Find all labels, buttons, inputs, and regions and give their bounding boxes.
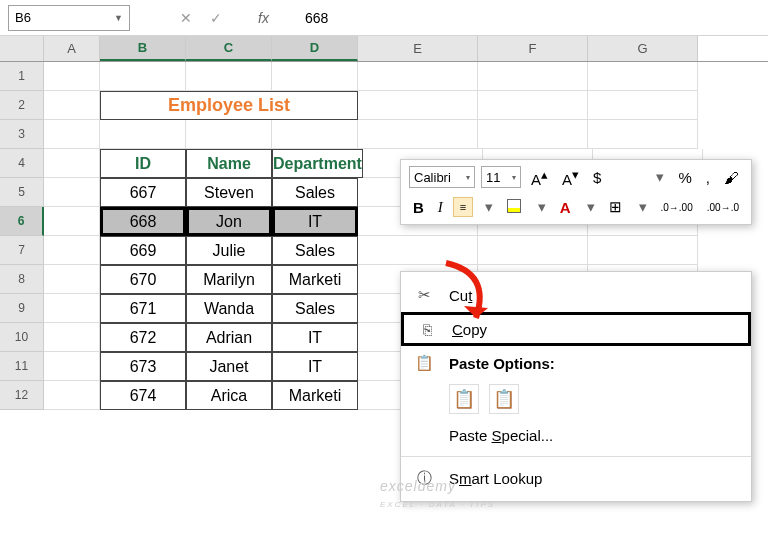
cell-dept[interactable]: IT <box>272 352 358 381</box>
cell[interactable] <box>588 91 698 120</box>
fill-color-icon[interactable] <box>503 199 525 216</box>
cell-id[interactable]: 667 <box>100 178 186 207</box>
row-header[interactable]: 2 <box>0 91 44 120</box>
col-header-c[interactable]: C <box>186 36 272 61</box>
cell-name[interactable]: Wanda <box>186 294 272 323</box>
cell-name[interactable]: Marilyn <box>186 265 272 294</box>
cell-dept[interactable]: IT <box>272 323 358 352</box>
paste-values-icon[interactable]: 📋 <box>489 384 519 414</box>
row-header[interactable]: 8 <box>0 265 44 294</box>
increase-font-icon[interactable]: A▴ <box>527 167 552 188</box>
col-header-d[interactable]: D <box>272 36 358 61</box>
cell-id[interactable]: 669 <box>100 236 186 265</box>
chevron-down-icon[interactable]: ▾ <box>652 168 668 186</box>
cell-name[interactable]: Arica <box>186 381 272 410</box>
cell-name[interactable]: Janet <box>186 352 272 381</box>
cell[interactable] <box>44 294 100 323</box>
font-size-select[interactable]: 11▾ <box>481 166 521 188</box>
cell[interactable] <box>272 62 358 91</box>
cell[interactable] <box>44 120 100 149</box>
chevron-down-icon[interactable]: ▼ <box>114 13 123 23</box>
border-icon[interactable]: ⊞ <box>605 198 626 216</box>
cell-dept[interactable]: Sales <box>272 236 358 265</box>
cell-dept[interactable]: Sales <box>272 294 358 323</box>
cell[interactable] <box>44 236 100 265</box>
cancel-icon[interactable]: ✕ <box>180 10 192 26</box>
row-header[interactable]: 7 <box>0 236 44 265</box>
cell[interactable] <box>478 62 588 91</box>
col-header-a[interactable]: A <box>44 36 100 61</box>
cell[interactable] <box>44 91 100 120</box>
cell-id[interactable]: 671 <box>100 294 186 323</box>
cell[interactable] <box>588 236 698 265</box>
chevron-down-icon[interactable]: ▾ <box>583 198 599 216</box>
increase-decimal-icon[interactable]: .0→.00 <box>657 202 697 213</box>
cell-name[interactable]: Steven <box>186 178 272 207</box>
cell[interactable] <box>44 62 100 91</box>
comma-style-icon[interactable]: , <box>702 169 714 186</box>
cell-name[interactable]: Julie <box>186 236 272 265</box>
name-box[interactable]: B6 ▼ <box>8 5 130 31</box>
cell-dept-selected[interactable]: IT <box>272 207 358 236</box>
cell[interactable] <box>358 236 478 265</box>
cell-id[interactable]: 674 <box>100 381 186 410</box>
cell-name-selected[interactable]: Jon <box>186 207 272 236</box>
paste-default-icon[interactable]: 📋 <box>449 384 479 414</box>
cell[interactable] <box>588 62 698 91</box>
chevron-down-icon[interactable]: ▾ <box>481 198 497 216</box>
select-all-button[interactable] <box>0 36 44 61</box>
decrease-decimal-icon[interactable]: .00→.0 <box>703 202 743 213</box>
bold-button[interactable]: B <box>409 199 428 216</box>
row-header[interactable]: 10 <box>0 323 44 352</box>
cell[interactable] <box>358 91 478 120</box>
cell[interactable] <box>100 62 186 91</box>
cell-id[interactable]: 673 <box>100 352 186 381</box>
currency-icon[interactable]: $ <box>589 169 605 186</box>
row-header[interactable]: 12 <box>0 381 44 410</box>
cell[interactable] <box>358 120 478 149</box>
cell[interactable] <box>44 178 100 207</box>
formula-bar-value[interactable]: 668 <box>305 10 328 26</box>
col-header-f[interactable]: F <box>478 36 588 61</box>
cell[interactable] <box>44 381 100 410</box>
chevron-down-icon[interactable]: ▾ <box>534 198 550 216</box>
cell-dept[interactable]: Marketi <box>272 381 358 410</box>
cell[interactable] <box>44 323 100 352</box>
row-header[interactable]: 6 <box>0 207 44 236</box>
row-header[interactable]: 1 <box>0 62 44 91</box>
cell[interactable] <box>186 120 272 149</box>
context-menu-copy[interactable]: ⎘ Copy <box>401 312 751 346</box>
cell[interactable] <box>358 62 478 91</box>
cell[interactable] <box>272 120 358 149</box>
cell[interactable] <box>44 352 100 381</box>
chevron-down-icon[interactable]: ▾ <box>635 198 651 216</box>
cell[interactable] <box>186 62 272 91</box>
col-header-b[interactable]: B <box>100 36 186 61</box>
row-header[interactable]: 3 <box>0 120 44 149</box>
cell-id-selected[interactable]: 668 <box>100 207 186 236</box>
decrease-font-icon[interactable]: A▾ <box>558 167 583 188</box>
row-header[interactable]: 4 <box>0 149 44 178</box>
table-title[interactable]: Employee List <box>100 91 358 120</box>
cell-dept[interactable]: Sales <box>272 178 358 207</box>
context-menu-paste-special[interactable]: Paste Special... <box>401 418 751 452</box>
table-header-name[interactable]: Name <box>186 149 272 178</box>
font-color-icon[interactable]: A <box>556 199 575 216</box>
table-header-dept[interactable]: Department <box>272 149 363 178</box>
fx-icon[interactable]: fx <box>258 10 269 26</box>
align-center-icon[interactable]: ≡ <box>453 197 473 217</box>
context-menu-cut[interactable]: ✂ Cut <box>401 278 751 312</box>
col-header-e[interactable]: E <box>358 36 478 61</box>
table-header-id[interactable]: ID <box>100 149 186 178</box>
italic-button[interactable]: I <box>434 199 447 216</box>
cell[interactable] <box>478 120 588 149</box>
cell[interactable] <box>478 91 588 120</box>
confirm-icon[interactable]: ✓ <box>210 10 222 26</box>
cell[interactable] <box>100 120 186 149</box>
format-painter-icon[interactable]: 🖌 <box>720 169 743 186</box>
row-header[interactable]: 9 <box>0 294 44 323</box>
cell[interactable] <box>478 236 588 265</box>
cell-name[interactable]: Adrian <box>186 323 272 352</box>
cell[interactable] <box>44 207 100 236</box>
cell[interactable] <box>44 265 100 294</box>
